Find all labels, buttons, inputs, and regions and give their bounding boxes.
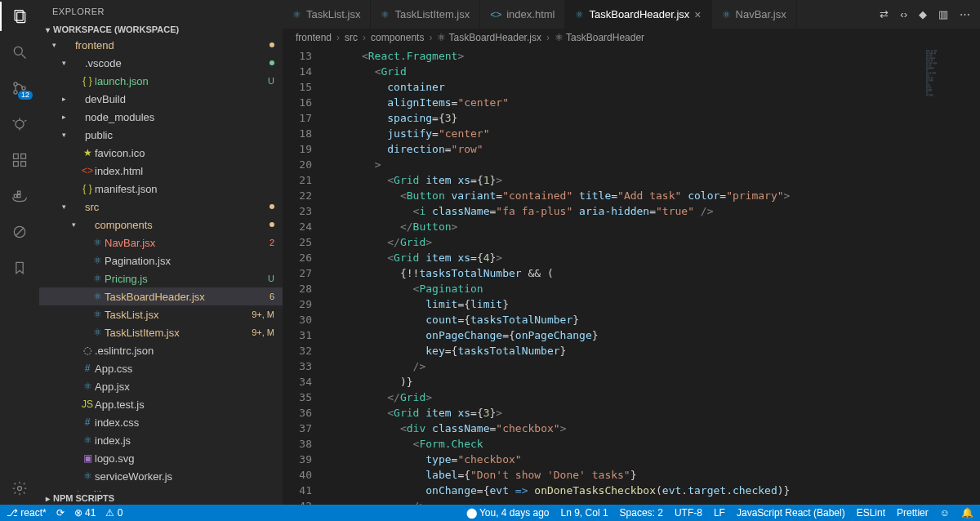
split-icon[interactable]: ▥ bbox=[938, 8, 948, 20]
tree-item[interactable]: { }launch.jsonU bbox=[39, 72, 283, 90]
tree-item[interactable]: ◇.gitignore bbox=[39, 485, 283, 492]
editor-tab[interactable]: ⚛TaskList.jsx bbox=[283, 0, 371, 29]
sidebar-explorer: EXPLORER ▾WORKSPACE (WORKSPACE) ▾fronten… bbox=[39, 0, 283, 505]
svg-line-3 bbox=[22, 55, 26, 59]
file-icon: JS bbox=[80, 399, 95, 410]
tree-item[interactable]: ⚛index.js bbox=[39, 431, 283, 449]
tree-item[interactable]: ▣logo.svg bbox=[39, 449, 283, 467]
warnings-count[interactable]: ⚠ 0 bbox=[105, 507, 122, 519]
tree-item[interactable]: ▾components bbox=[39, 216, 283, 234]
file-icon: ⚛ bbox=[90, 255, 105, 266]
npm-scripts-header[interactable]: ▸NPM SCRIPTS bbox=[39, 492, 283, 505]
prettier-status[interactable]: Prettier bbox=[897, 507, 929, 519]
circle-slash-icon[interactable] bbox=[10, 222, 29, 242]
git-blame[interactable]: ⬤ You, 4 days ago bbox=[466, 507, 550, 519]
tree-item[interactable]: #index.css bbox=[39, 413, 283, 431]
editor-tab[interactable]: ⚛NavBar.jsx bbox=[712, 0, 797, 29]
tree-item[interactable]: ★favicon.ico bbox=[39, 144, 283, 162]
editor-tab[interactable]: <>index.html bbox=[480, 0, 565, 29]
file-icon: ⚛ bbox=[575, 9, 584, 20]
compare-icon[interactable]: ⇄ bbox=[880, 8, 889, 20]
tree-item[interactable]: <>index.html bbox=[39, 162, 283, 180]
code-area[interactable]: <React.Fragment> <Grid container alignIt… bbox=[323, 47, 980, 505]
file-icon: <> bbox=[490, 9, 501, 20]
svg-point-7 bbox=[16, 120, 24, 128]
tree-item[interactable]: ⚛serviceWorker.js bbox=[39, 467, 283, 485]
errors-count[interactable]: ⊗ 41 bbox=[74, 507, 96, 519]
tree-item[interactable]: ▾frontend bbox=[39, 36, 283, 54]
tree-item[interactable]: ▾src bbox=[39, 198, 283, 216]
svg-line-20 bbox=[16, 228, 24, 236]
tree-item[interactable]: ⚛TaskBoardHeader.jsx6 bbox=[39, 287, 283, 305]
bell-icon[interactable]: 🔔 bbox=[961, 507, 973, 519]
status-bar: ⎇ react* ⟳ ⊗ 41 ⚠ 0 ⬤ You, 4 days ago Ln… bbox=[0, 505, 980, 521]
bookmark-icon[interactable] bbox=[10, 258, 29, 278]
editor-tab[interactable]: ⚛TaskBoardHeader.jsx× bbox=[565, 0, 711, 29]
workspace-header[interactable]: ▾WORKSPACE (WORKSPACE) bbox=[39, 23, 283, 36]
tree-item[interactable]: ▸devBuild bbox=[39, 90, 283, 108]
tree-item[interactable]: ⚛App.jsx bbox=[39, 377, 283, 395]
svg-rect-13 bbox=[21, 154, 26, 159]
tree-item[interactable]: ⚛Pagination.jsx bbox=[39, 252, 283, 269]
crumb-item[interactable]: ⚛ TaskBoardHeader bbox=[555, 32, 644, 43]
sidebar-title: EXPLORER bbox=[39, 0, 283, 23]
tree-item[interactable]: ⚛TaskList.jsx9+, M bbox=[39, 305, 283, 323]
svg-rect-15 bbox=[21, 162, 26, 167]
crumb-item[interactable]: frontend bbox=[296, 32, 332, 43]
svg-point-21 bbox=[18, 487, 22, 491]
docker-icon[interactable] bbox=[10, 186, 29, 206]
crumb-item[interactable]: components bbox=[371, 32, 424, 43]
eslint-status[interactable]: ESLint bbox=[857, 507, 885, 519]
svg-rect-18 bbox=[18, 191, 20, 194]
file-icon: <> bbox=[80, 165, 95, 176]
ellipsis-icon[interactable]: ⋯ bbox=[960, 8, 970, 20]
tree-item[interactable]: JSApp.test.js bbox=[39, 395, 283, 413]
file-icon: ⚛ bbox=[90, 327, 105, 338]
svg-rect-16 bbox=[14, 194, 16, 197]
go-icon[interactable]: ‹› bbox=[900, 8, 907, 20]
git-sync-icon[interactable]: ⟳ bbox=[56, 507, 65, 519]
scm-badge: 12 bbox=[18, 91, 33, 100]
svg-rect-17 bbox=[18, 194, 20, 197]
tree-item[interactable]: #App.css bbox=[39, 359, 283, 377]
breadcrumb[interactable]: frontend›src›components›⚛ TaskBoardHeade… bbox=[283, 29, 980, 47]
tree-item[interactable]: ▾public bbox=[39, 126, 283, 144]
close-icon[interactable]: × bbox=[694, 8, 701, 21]
file-icon: ⚛ bbox=[80, 470, 95, 482]
eol-status[interactable]: LF bbox=[714, 507, 725, 519]
tree-item[interactable]: ▾.vscode bbox=[39, 54, 283, 72]
explorer-icon[interactable] bbox=[10, 7, 29, 26]
more-icon[interactable]: ◆ bbox=[919, 8, 927, 20]
indent-status[interactable]: Spaces: 2 bbox=[620, 507, 663, 519]
cursor-position[interactable]: Ln 9, Col 1 bbox=[561, 507, 608, 519]
git-branch[interactable]: ⎇ react* bbox=[7, 507, 47, 519]
search-icon[interactable] bbox=[10, 42, 29, 62]
tree-item[interactable]: ▸node_modules bbox=[39, 108, 283, 126]
extensions-icon[interactable] bbox=[10, 150, 29, 170]
tree-item[interactable]: ⚛TaskListItem.jsx9+, M bbox=[39, 323, 283, 341]
editor-body[interactable]: 1314151617181920212223242526272829303132… bbox=[283, 47, 980, 505]
svg-point-4 bbox=[14, 82, 17, 86]
file-icon: ⚛ bbox=[90, 237, 105, 248]
feedback-icon[interactable]: ☺ bbox=[940, 507, 950, 519]
editor-tab[interactable]: ⚛TaskListItem.jsx bbox=[371, 0, 480, 29]
scm-icon[interactable]: 12 bbox=[10, 78, 29, 98]
file-tree: ▾frontend▾.vscode{ }launch.jsonU▸devBuil… bbox=[39, 36, 283, 492]
settings-icon[interactable] bbox=[10, 479, 29, 498]
svg-point-5 bbox=[14, 91, 17, 94]
language-mode[interactable]: JavaScript React (Babel) bbox=[737, 507, 845, 519]
tree-item[interactable]: ⚛Pricing.jsU bbox=[39, 269, 283, 287]
crumb-item[interactable]: src bbox=[345, 32, 358, 43]
activity-bar: 12 bbox=[0, 0, 39, 505]
line-numbers: 1314151617181920212223242526272829303132… bbox=[283, 47, 323, 505]
file-icon: ⚛ bbox=[381, 9, 390, 20]
tree-item[interactable]: ◌.eslintrc.json bbox=[39, 341, 283, 359]
file-icon: # bbox=[80, 416, 95, 428]
tree-item[interactable]: ⚛NavBar.jsx2 bbox=[39, 234, 283, 252]
crumb-item[interactable]: ⚛ TaskBoardHeader.jsx bbox=[437, 32, 541, 43]
editor-tabs: ⚛TaskList.jsx⚛TaskListItem.jsx<>index.ht… bbox=[283, 0, 980, 29]
tree-item[interactable]: { }manifest.json bbox=[39, 180, 283, 198]
file-icon: ▣ bbox=[80, 452, 95, 464]
debug-icon[interactable] bbox=[10, 114, 29, 134]
encoding-status[interactable]: UTF-8 bbox=[675, 507, 702, 519]
